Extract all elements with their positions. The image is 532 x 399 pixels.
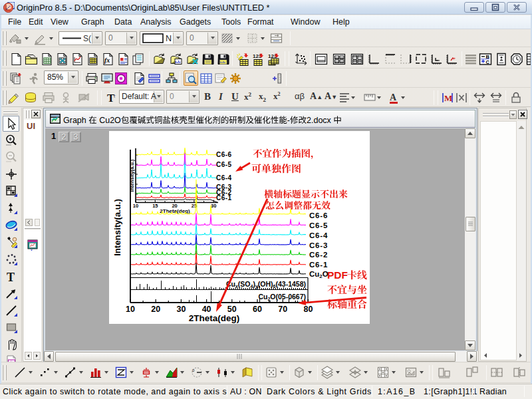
svg-text:20: 20 [151,305,160,314]
svg-text:C6-3: C6-3 [309,241,328,249]
svg-text:2.docx: 2.docx [307,116,333,125]
svg-text:r: r [114,92,116,99]
svg-text:0: 0 [192,368,195,372]
svg-text:Intensity(a.u.): Intensity(a.u.) [129,159,135,192]
svg-text:C6-1: C6-1 [309,261,328,269]
svg-text:2Theta(deg): 2Theta(deg) [189,313,240,323]
svg-text:80: 80 [303,305,313,314]
svg-text:S(: S( [83,34,91,43]
svg-text:C6-1: C6-1 [216,194,232,201]
svg-text:30: 30 [176,305,186,314]
svg-text:40: 40 [202,305,211,314]
svg-text:C6-5: C6-5 [309,221,328,229]
svg-text:PDF: PDF [327,269,348,281]
svg-text:Cu2O: Cu2O [309,270,329,279]
svg-text:Cu2O: Cu2O [97,116,121,125]
svg-text:30: 30 [211,203,216,209]
svg-text:C6-6: C6-6 [309,211,328,219]
svg-text:10: 10 [133,203,138,209]
svg-text:C6-4: C6-4 [309,231,328,239]
svg-text:60: 60 [253,305,262,314]
svg-text:C6-5: C6-5 [216,161,232,168]
svg-text:C: C [486,59,490,65]
svg-text:fx: fx [104,57,110,64]
svg-text:10: 10 [126,305,135,314]
svg-text:M: M [444,93,452,103]
svg-text:A: A [390,92,397,102]
svg-text:50: 50 [227,305,237,314]
svg-text:Cu2O(05-0667): Cu2O(05-0667) [258,293,306,301]
svg-text:15: 15 [152,203,158,209]
svg-text:-: - [287,116,290,125]
svg-text:Intensity(a.u.): Intensity(a.u.) [112,199,122,256]
svg-text:C6-2: C6-2 [309,251,328,259]
svg-text:T: T [7,271,15,284]
svg-text:C6-6: C6-6 [216,151,232,158]
svg-text:70: 70 [278,305,287,314]
svg-text:Cux(SO4)y(OH)6(43-1458): Cux(SO4)y(OH)6(43-1458) [226,280,306,289]
svg-text:Graph: Graph [63,116,88,125]
svg-text:N: N [166,34,172,43]
svg-text:25: 25 [192,203,197,209]
svg-text:C6-4: C6-4 [216,174,232,182]
